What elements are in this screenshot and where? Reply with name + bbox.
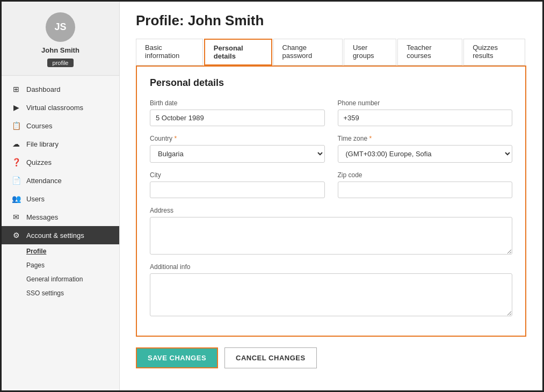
sidebar-item-dashboard[interactable]: ⊞ Dashboard: [2, 80, 119, 98]
birth-date-label: Birth date: [150, 99, 325, 107]
tab-personal-details[interactable]: Personal details: [204, 39, 272, 66]
personal-details-panel: Personal details Birth date Phone number: [136, 66, 526, 337]
sub-nav: Profile Pages General information SSO se…: [2, 244, 119, 300]
form-group-country: Country * Bulgaria United States United …: [150, 135, 325, 163]
sidebar-sub-item-general-information[interactable]: General information: [17, 272, 119, 286]
form-panel-title: Personal details: [150, 77, 512, 89]
sidebar-item-quizzes[interactable]: ❓ Quizzes: [2, 153, 119, 171]
sidebar-item-virtual-classrooms[interactable]: ▶ Virtual classrooms: [2, 98, 119, 117]
virtual-classrooms-icon: ▶: [11, 103, 21, 112]
city-input[interactable]: [150, 182, 325, 198]
sidebar-sub-item-pages[interactable]: Pages: [17, 258, 119, 272]
sidebar-item-file-library[interactable]: ☁ File library: [2, 135, 119, 153]
tab-bar: Basic information Personal details Chang…: [136, 39, 526, 66]
sidebar-profile: JS John Smith profile: [2, 2, 119, 76]
zipcode-label: Zip code: [338, 171, 513, 179]
sidebar-item-account-settings[interactable]: ⚙ Account & settings: [2, 226, 119, 244]
country-label: Country *: [150, 135, 325, 142]
timezone-required: *: [369, 135, 372, 142]
sidebar-sub-item-profile[interactable]: Profile: [17, 244, 119, 258]
sidebar-item-messages[interactable]: ✉ Messages: [2, 208, 119, 226]
courses-icon: 📋: [11, 121, 21, 130]
sidebar-item-label: File library: [26, 140, 59, 148]
sidebar-item-attendance[interactable]: 📄 Attendance: [2, 171, 119, 190]
form-group-timezone: Time zone * (GMT+03:00) Europe, Sofia (G…: [338, 135, 513, 163]
messages-icon: ✉: [11, 213, 21, 221]
sidebar: JS John Smith profile ⊞ Dashboard ▶ Virt…: [2, 2, 120, 390]
address-textarea[interactable]: [150, 217, 512, 255]
sidebar-item-label: Users: [26, 195, 45, 203]
timezone-label: Time zone *: [338, 135, 513, 142]
form-group-city: City: [150, 171, 325, 198]
account-settings-icon: ⚙: [11, 231, 21, 239]
sidebar-item-label: Quizzes: [26, 158, 52, 166]
birth-date-input[interactable]: [150, 110, 325, 126]
phone-input[interactable]: [338, 110, 513, 126]
form-row-additional-info: Additional info: [150, 263, 512, 316]
sidebar-role-badge: profile: [47, 59, 74, 67]
city-label: City: [150, 171, 325, 179]
tab-teacher-courses[interactable]: Teacher courses: [397, 39, 462, 66]
avatar: JS: [46, 12, 75, 42]
form-group-zipcode: Zip code: [338, 171, 513, 198]
country-required: *: [174, 135, 177, 142]
quizzes-icon: ❓: [11, 158, 21, 166]
save-button[interactable]: SAVE CHANGES: [136, 347, 218, 368]
tab-quizzes-results[interactable]: Quizzes results: [463, 39, 525, 66]
tab-change-password[interactable]: Change password: [273, 39, 343, 66]
form-group-phone: Phone number: [338, 99, 513, 126]
users-icon: 👥: [11, 194, 21, 203]
phone-label: Phone number: [338, 99, 513, 107]
form-actions: SAVE CHANGES CANCEL CHANGES: [136, 347, 526, 368]
form-group-address: Address: [150, 207, 512, 255]
tab-basic-information[interactable]: Basic information: [136, 39, 203, 66]
additional-info-label: Additional info: [150, 263, 512, 271]
form-row-city-zip: City Zip code: [150, 171, 512, 198]
sidebar-sub-item-sso-settings[interactable]: SSO settings: [17, 286, 119, 300]
dashboard-icon: ⊞: [11, 85, 21, 93]
additional-info-textarea[interactable]: [150, 273, 512, 316]
form-group-birth-date: Birth date: [150, 99, 325, 126]
sidebar-item-courses[interactable]: 📋 Courses: [2, 117, 119, 135]
zipcode-input[interactable]: [338, 182, 513, 198]
cancel-button[interactable]: CANCEL CHANGES: [224, 347, 317, 368]
sidebar-item-label: Account & settings: [26, 231, 84, 239]
sidebar-item-label: Dashboard: [26, 85, 61, 93]
attendance-icon: 📄: [11, 176, 21, 185]
sidebar-item-users[interactable]: 👥 Users: [2, 190, 119, 208]
sidebar-item-label: Messages: [26, 213, 58, 221]
file-library-icon: ☁: [11, 140, 21, 148]
page-title: Profile: John Smith: [136, 12, 526, 29]
sidebar-username: John Smith: [7, 46, 114, 54]
sidebar-item-label: Virtual classrooms: [26, 104, 83, 112]
form-group-additional-info: Additional info: [150, 263, 512, 316]
content-area: Profile: John Smith Basic information Pe…: [120, 2, 542, 390]
address-label: Address: [150, 207, 512, 214]
sidebar-item-label: Courses: [26, 122, 52, 130]
tab-user-groups[interactable]: User groups: [344, 39, 396, 66]
country-select[interactable]: Bulgaria United States United Kingdom Ge…: [150, 145, 325, 163]
form-row-address: Address: [150, 207, 512, 255]
sidebar-nav: ⊞ Dashboard ▶ Virtual classrooms 📋 Cours…: [2, 76, 119, 390]
sidebar-item-label: Attendance: [26, 177, 62, 185]
form-row-country-timezone: Country * Bulgaria United States United …: [150, 135, 512, 163]
form-row-birth-phone: Birth date Phone number: [150, 99, 512, 126]
timezone-select[interactable]: (GMT+03:00) Europe, Sofia (GMT+00:00) UT…: [338, 145, 513, 163]
